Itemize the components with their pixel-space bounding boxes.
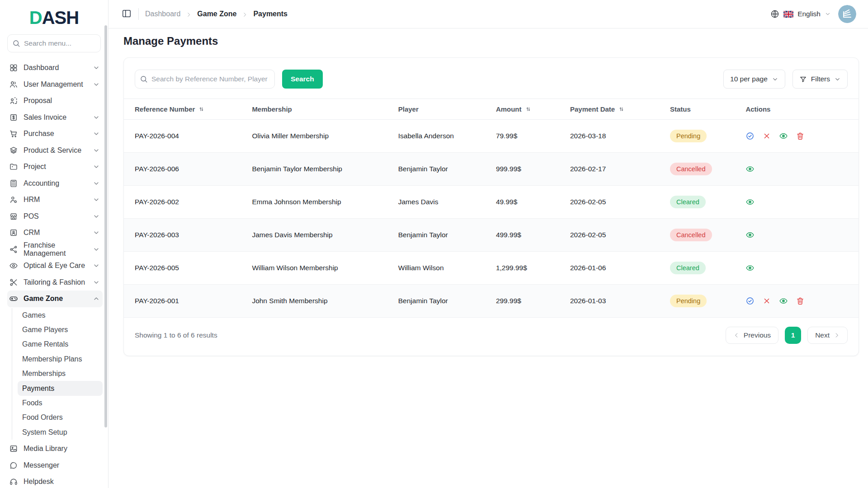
sidebar-scrollbar[interactable] <box>104 25 107 427</box>
sidebar-item-user-management[interactable]: User Management <box>7 76 103 93</box>
funnel-icon <box>799 75 807 83</box>
sidebar-item-sales-invoice[interactable]: Sales Invoice <box>7 109 103 126</box>
pos-icon <box>9 212 18 221</box>
sidebar-item-pos[interactable]: POS <box>7 208 103 225</box>
current-page-button[interactable]: 1 <box>785 327 801 344</box>
sidebar-subitem-games[interactable]: Games <box>18 308 103 323</box>
column-label: Reference Number <box>135 105 195 113</box>
column-header-status: Status <box>665 99 740 120</box>
chevron-down-icon <box>93 229 100 236</box>
column-header-payment-date[interactable]: Payment Date <box>565 99 665 120</box>
chat-icon <box>9 461 18 470</box>
sort-icon[interactable] <box>525 106 532 113</box>
chevron-down-icon <box>93 196 100 203</box>
table-footer: Showing 1 to 6 of 6 results Previous 1 N… <box>124 318 859 356</box>
delete-action-icon[interactable] <box>796 131 805 141</box>
approve-action-icon[interactable] <box>745 296 755 305</box>
sidebar-item-messenger[interactable]: Messenger <box>7 457 103 474</box>
cell-reference: PAY-2026-002 <box>124 186 246 219</box>
filters-label: Filters <box>811 75 830 83</box>
brand-logo[interactable]: DASH <box>0 7 108 28</box>
view-action-icon[interactable] <box>745 263 755 272</box>
sidebar-item-game-zone[interactable]: Game Zone <box>7 291 103 307</box>
reject-action-icon[interactable] <box>762 131 771 141</box>
delete-action-icon[interactable] <box>796 296 805 305</box>
cell-actions <box>740 120 859 153</box>
language-selector[interactable]: English <box>770 9 831 19</box>
table-header-row: Reference NumberMembershipPlayerAmountPa… <box>124 99 859 120</box>
per-page-select[interactable]: 10 per page <box>723 70 785 89</box>
cell-membership: John Smith Membership <box>246 285 392 318</box>
table-search-input[interactable] <box>151 75 270 83</box>
sidebar-subitem-membership-plans[interactable]: Membership Plans <box>18 352 103 366</box>
sort-icon[interactable] <box>198 106 205 113</box>
sidebar-item-purchase[interactable]: Purchase <box>7 126 103 142</box>
chevron-down-icon <box>93 279 100 286</box>
sidebar-subitem-memberships[interactable]: Memberships <box>18 366 103 381</box>
view-action-icon[interactable] <box>779 131 788 141</box>
breadcrumb-dashboard[interactable]: Dashboard <box>145 10 180 18</box>
next-label: Next <box>815 331 830 339</box>
sidebar-search-input[interactable] <box>24 39 96 47</box>
sidebar-item-label: User Management <box>24 80 83 89</box>
sidebar-subitem-payments[interactable]: Payments <box>18 381 103 395</box>
chevron-down-icon <box>772 76 778 83</box>
sidebar-subitem-system-setup[interactable]: System Setup <box>18 425 103 440</box>
next-page-button[interactable]: Next <box>807 327 848 344</box>
column-header-amount[interactable]: Amount <box>491 99 565 120</box>
sidebar-item-accounting[interactable]: Accounting <box>7 175 103 192</box>
sidebar-item-helpdesk[interactable]: Helpdesk <box>7 474 103 488</box>
cell-membership: Emma Johnson Membership <box>246 186 392 219</box>
search-button[interactable]: Search <box>282 70 323 89</box>
sidebar-item-media-library[interactable]: Media Library <box>7 441 103 457</box>
view-action-icon[interactable] <box>745 164 755 174</box>
cell-player: William Wilson <box>393 252 491 285</box>
app-root: DASH DashboardUser ManagementProposalSal… <box>0 0 868 488</box>
sidebar-item-hrm[interactable]: HRM <box>7 192 103 208</box>
column-label: Membership <box>252 105 292 113</box>
breadcrumb-separator-icon <box>186 11 192 17</box>
view-action-icon[interactable] <box>745 197 755 206</box>
chevron-down-icon <box>93 147 100 154</box>
cell-actions <box>740 186 859 219</box>
cell-date: 2026-02-05 <box>565 219 665 252</box>
sidebar-item-crm[interactable]: CRM <box>7 225 103 241</box>
sidebar-subitem-foods[interactable]: Foods <box>18 396 103 410</box>
cell-status: Cancelled <box>665 219 740 252</box>
breadcrumb-separator-icon <box>242 11 248 17</box>
view-action-icon[interactable] <box>779 296 788 305</box>
sidebar-toggle-button[interactable] <box>121 9 132 19</box>
payments-table: Reference NumberMembershipPlayerAmountPa… <box>124 99 859 318</box>
sidebar-item-dashboard[interactable]: Dashboard <box>7 60 103 76</box>
reject-action-icon[interactable] <box>762 296 771 305</box>
topbar: DashboardGame ZonePayments English <box>108 0 868 28</box>
layers-icon <box>9 146 18 155</box>
sidebar-subitem-game-rentals[interactable]: Game Rentals <box>18 337 103 352</box>
sidebar-item-tailoring-and-fashion[interactable]: Tailoring & Fashion <box>7 274 103 291</box>
sidebar-item-label: POS <box>24 212 39 221</box>
sidebar-item-product-and-service[interactable]: Product & Service <box>7 142 103 159</box>
sort-icon[interactable] <box>618 106 625 113</box>
breadcrumb-game-zone[interactable]: Game Zone <box>197 10 236 18</box>
cell-actions <box>740 252 859 285</box>
sidebar-item-label: Tailoring & Fashion <box>24 278 85 286</box>
sidebar-item-franchise-management[interactable]: Franchise Management <box>7 241 103 258</box>
filters-button[interactable]: Filters <box>793 70 848 89</box>
cell-actions <box>740 219 859 252</box>
chevron-down-icon <box>93 114 100 121</box>
sidebar-subitem-game-players[interactable]: Game Players <box>18 323 103 337</box>
approve-action-icon[interactable] <box>745 131 755 141</box>
view-action-icon[interactable] <box>745 230 755 239</box>
eye-icon <box>9 261 18 270</box>
table-search <box>135 70 275 89</box>
table-row: PAY-2026-005William Wilson MembershipWil… <box>124 252 859 285</box>
sidebar-item-optical-and-eye-care[interactable]: Optical & Eye Care <box>7 258 103 274</box>
sidebar-subitem-food-orders[interactable]: Food Orders <box>18 410 103 425</box>
column-label: Payment Date <box>570 105 615 113</box>
sidebar-item-label: HRM <box>24 196 40 204</box>
previous-page-button[interactable]: Previous <box>726 327 778 344</box>
column-header-reference-number[interactable]: Reference Number <box>124 99 246 120</box>
sidebar-item-project[interactable]: Project <box>7 159 103 175</box>
user-avatar[interactable] <box>838 5 856 23</box>
sidebar-item-proposal[interactable]: Proposal <box>7 93 103 109</box>
